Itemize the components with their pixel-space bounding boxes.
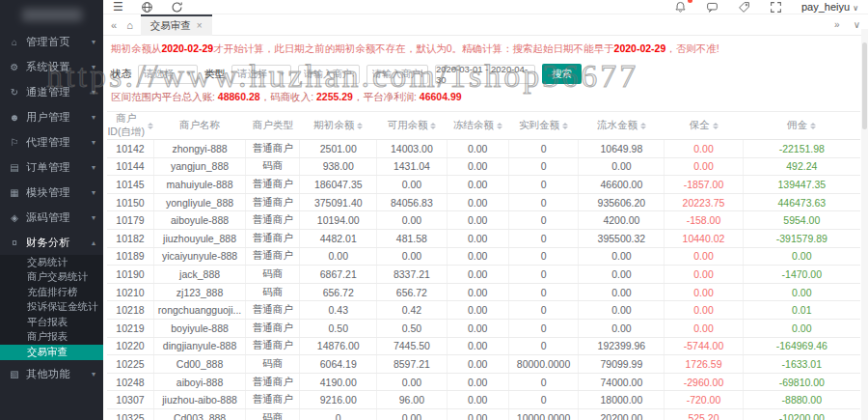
table-cell: 7445.50 [377, 337, 448, 355]
table-cell: 0.00 [665, 319, 743, 337]
tabs-more-icon[interactable]: » [834, 19, 840, 30]
globe-icon[interactable] [141, 1, 153, 14]
column-label: 实到金额 [519, 119, 559, 132]
table-cell: 938.00 [300, 157, 377, 176]
table-row: 10182jiuzhouyule_888普通商户4482.01481.580.0… [107, 229, 860, 247]
table-cell: 0.01 [743, 301, 860, 320]
column-label: 保全 [690, 119, 710, 132]
sidebar-item-more[interactable]: ▧其他功能▾ [0, 362, 103, 387]
submenu-item[interactable]: 交易统计 [0, 255, 103, 270]
table-cell: 0 [508, 283, 579, 301]
table-cell: 0.00 [665, 157, 743, 176]
scrollbar-thumb[interactable] [862, 42, 867, 129]
sort-icon[interactable] [357, 123, 363, 129]
submenu-item[interactable]: 商户交易统计 [0, 270, 103, 286]
merchant-name-input[interactable] [298, 65, 360, 84]
stat-value: 48860.28 [218, 91, 260, 102]
column-header[interactable]: 商户ID(自增) [107, 112, 153, 140]
column-header[interactable]: 冻结余额 [447, 112, 508, 140]
table-cell: -1857.00 [665, 176, 743, 194]
table-cell: 10220 [107, 337, 153, 355]
sidebar-item-home[interactable]: ⌂管理首页▾ [0, 29, 103, 54]
table-cell: Cd00_888 [153, 355, 245, 374]
column-header[interactable]: 期初余额 [300, 112, 377, 140]
status-select[interactable]: 请选择▼ [138, 65, 198, 84]
table-cell: 码商 [246, 157, 300, 176]
sidebar-item-user[interactable]: ☻用户管理▾ [0, 104, 103, 129]
table-cell: 0.00 [377, 408, 448, 420]
submenu-item[interactable]: 投诉保证金统计 [0, 300, 103, 316]
table-cell: 0.00 [579, 247, 665, 266]
table-cell: 0 [508, 176, 579, 194]
table-cell: 0.00 [447, 140, 508, 158]
column-header[interactable]: 可用余额 [377, 112, 448, 140]
sort-icon[interactable] [497, 123, 502, 129]
tab-transaction-review[interactable]: 交易审查 × [141, 14, 212, 36]
table-cell: 446473.63 [743, 193, 860, 211]
table-cell: 0.00 [447, 355, 508, 374]
tag-icon[interactable] [738, 1, 750, 14]
table-cell: 10225 [107, 355, 153, 374]
sort-icon[interactable] [430, 123, 436, 129]
search-button[interactable]: 搜索 [542, 64, 582, 84]
message-icon[interactable] [706, 1, 719, 14]
date-range-picker[interactable]: 2020-03-01 - 2020-04-30 [435, 65, 535, 84]
column-header[interactable]: 佣金 [743, 112, 860, 140]
table-cell: 10142 [107, 140, 153, 158]
sort-icon[interactable] [640, 123, 646, 129]
sidebar-item-channel[interactable]: ↻通道管理▾ [0, 79, 103, 104]
type-select[interactable]: 请选择▼ [231, 65, 291, 84]
table-cell: jiuzhouyule_888 [153, 229, 245, 247]
table-cell: 码商 [246, 408, 300, 420]
table-cell: 0 [508, 319, 579, 337]
chevron-down-icon: ▾ [92, 38, 95, 46]
column-header[interactable]: 流水金额 [579, 112, 665, 140]
table-cell: 0.00 [743, 247, 860, 266]
close-icon[interactable]: × [197, 20, 203, 31]
table-cell: 10150 [107, 193, 153, 211]
sidebar-item-agent[interactable]: ⚐代理管理▾ [0, 129, 103, 154]
table-cell: 2501.00 [300, 140, 377, 158]
sort-icon[interactable] [148, 123, 153, 129]
refresh-icon[interactable] [171, 1, 183, 14]
table-cell: 10325 [107, 408, 153, 420]
submenu-item[interactable]: 商户报表 [0, 330, 103, 346]
fullscreen-icon[interactable] [770, 1, 782, 14]
tab-label: 交易审查 [150, 19, 191, 33]
sidebar-submenu: 交易统计商户交易统计充值排行榜投诉保证金统计平台报表商户报表交易审查 [0, 255, 103, 360]
sidebar-item-label: 订单管理 [26, 160, 92, 175]
table-row: 10179aiboyule-888普通商户10194.000.000.00042… [107, 211, 860, 230]
app-root: ⌂管理首页▾⚙系统设置▾↻通道管理▾☻用户管理▾⚐代理管理▾▤订单管理▾▦模块管… [0, 0, 868, 420]
table-cell: 0.00 [447, 408, 508, 420]
page-scrollbar[interactable] [861, 29, 868, 420]
table-header-row: 商户ID(自增)商户名称商户类型期初余额可用余额冻结余额实到金额流水金额保全佣金 [107, 112, 860, 140]
table-cell: aiboyi-888 [153, 373, 245, 391]
submenu-item[interactable]: 交易审查 [0, 345, 103, 360]
column-header[interactable]: 保全 [665, 112, 743, 140]
sidebar-item-finance[interactable]: ¤财务分析▴ [0, 230, 103, 255]
home-tab-icon[interactable]: ⌂ [126, 19, 133, 31]
layout-menu-icon[interactable]: ☰ [113, 0, 123, 14]
sidebar-item-module[interactable]: ▦模块管理▾ [0, 180, 103, 205]
merchant-id-input[interactable] [366, 65, 428, 84]
stat-value: 46604.99 [420, 91, 462, 102]
tabs-dropdown-icon[interactable]: ∨ [854, 19, 860, 30]
sort-icon[interactable] [810, 123, 816, 129]
tabs-scroll-left-icon[interactable]: « [111, 19, 117, 31]
bell-icon[interactable] [674, 1, 687, 14]
table-cell: 935606.20 [579, 193, 665, 211]
table-cell: 0.00 [377, 247, 448, 266]
submenu-item[interactable]: 充值排行榜 [0, 285, 103, 300]
chevron-down-icon: ▾ [92, 213, 95, 222]
sort-icon[interactable] [562, 123, 568, 129]
table-cell: 0.00 [377, 373, 448, 391]
sidebar-item-order[interactable]: ▤订单管理▾ [0, 154, 103, 180]
sidebar-item-source[interactable]: ◈源码管理▾ [0, 205, 103, 230]
sidebar-item-gear[interactable]: ⚙系统设置▾ [0, 54, 103, 79]
submenu-item[interactable]: 平台报表 [0, 315, 103, 330]
user-menu[interactable]: pay_heiyu ∨ [801, 1, 858, 13]
column-header[interactable]: 实到金额 [508, 112, 579, 140]
sort-icon[interactable] [713, 123, 719, 129]
table-cell: -1470.00 [743, 266, 860, 284]
table-cell: yangjun_888 [153, 157, 245, 176]
